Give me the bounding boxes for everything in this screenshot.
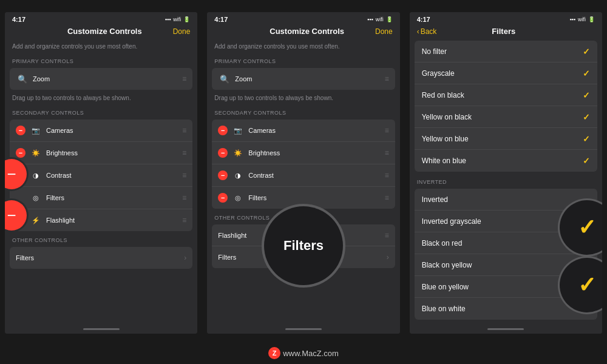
camera-icon: 📷 [231,124,245,137]
filter-item[interactable]: Yellow on blue ✓ [415,128,597,150]
contrast-icon: ◑ [29,169,42,182]
signal-icon: ▪▪▪ [367,16,373,22]
screen3-home-indicator [410,324,602,334]
drag-handle[interactable]: ≡ [385,171,389,180]
back-button[interactable]: ‹ Back [417,27,437,36]
remove-brightness-button[interactable]: − [218,148,228,158]
screen1-other-list: Filters › [10,247,192,269]
remove-cameras-button[interactable]: − [16,126,25,135]
filter-item[interactable]: Red on black ✓ [415,84,597,106]
drag-handle[interactable]: ≡ [385,149,389,157]
screen2-secondary-list: − 📷 Cameras ≡ − ☀️ Brightness ≡ − ◑ [212,120,395,209]
remove-filters-button[interactable]: − [218,193,228,203]
home-bar [83,328,120,330]
screen1-content: Add and organize controls you use most o… [5,39,197,324]
screen1-nav: Customize Controls Done [5,24,197,39]
list-item: − ☀️ Brightness ≡ [10,142,192,164]
list-item: Filters › [10,247,192,269]
list-item: − ◎ Filters ≡ [10,187,192,209]
battery-icon: 🔋 [588,16,595,22]
filter-white-on-blue: White on blue [422,157,583,165]
filters-icon: ◎ [29,191,42,204]
screen1-other-label: OTHER CONTROLS [5,232,197,246]
filters-icon: ◎ [231,191,245,204]
screen2-done-button[interactable]: Done [375,27,393,36]
filter-item[interactable]: White on blue ✓ [415,150,597,172]
screen1-secondary-label: SECONDARY CONTROLS [5,105,197,118]
screen1-done-button[interactable]: Done [173,27,191,36]
flashlight-label: Flashlight [46,217,182,224]
chevron-icon: › [387,253,389,261]
drag-handle[interactable]: ≡ [385,231,389,240]
screen1-description: Add and organize controls you use most o… [5,39,197,53]
list-item: − 📷 Cameras ≡ [212,120,395,142]
screen2-time: 4:17 [214,16,228,23]
check-icon: ✓ [583,156,590,166]
other-filters-label: Filters [16,254,184,261]
contrast-label: Contrast [46,172,182,179]
brightness-label: Brightness [46,149,182,157]
list-item: 🔍 Zoom ≡ [10,68,192,90]
contrast-icon: ◑ [231,169,245,182]
drag-handle[interactable]: ≡ [182,126,186,135]
check-icon: ✓ [583,134,590,144]
drag-handle[interactable]: ≡ [182,75,186,83]
screen3-filters-list: No filter ✓ Grayscale ✓ Red on black ✓ Y… [415,41,597,172]
drag-handle[interactable]: ≡ [385,194,389,202]
screen2-home-indicator [207,324,399,334]
home-bar [487,328,524,330]
flashlight-icon: ⚡ [29,214,42,227]
filters-label: Filters [248,194,384,201]
filter-red-on-black: Red on black [422,91,583,99]
drag-handle[interactable]: ≡ [385,75,389,83]
camera-icon: 📷 [29,124,42,137]
drag-handle[interactable]: ≡ [182,149,186,157]
screen2: 4:17 ▪▪▪ wifi 🔋 Customize Controls Done … [207,12,399,334]
filter-no-filter: No filter [422,47,583,56]
screen1: 4:17 ▪▪▪ wifi 🔋 Customize Controls Done … [5,12,197,334]
list-item: − ◑ Contrast ≡ [212,164,395,187]
brightness-label: Brightness [248,149,384,157]
filter-item[interactable]: Yellow on black ✓ [415,106,597,128]
screen1-container: 4:17 ▪▪▪ wifi 🔋 Customize Controls Done … [2,6,200,340]
drag-handle[interactable]: ≡ [385,126,389,135]
screen3: 4:17 ▪▪▪ wifi 🔋 ‹ Back Filters No filter [410,12,602,334]
brightness-icon: ☀️ [231,146,245,160]
remove-cameras-button[interactable]: − [218,126,228,135]
filter-blue-on-white: Blue on white [422,305,583,313]
filter-yellow-on-black: Yellow on black [422,113,583,121]
screen3-inverted-label: INVERTED [410,173,602,187]
filter-black-on-yellow: Black on yellow [422,261,590,269]
filter-item[interactable]: Grayscale ✓ [415,62,597,84]
wifi-icon: wifi [578,16,586,22]
watermark: Z www.MacZ.com [0,347,607,359]
drag-handle[interactable]: ≡ [182,216,186,224]
filter-item[interactable]: No filter ✓ [415,41,597,62]
screen2-secondary-label: SECONDARY CONTROLS [207,105,399,118]
chevron-icon: › [184,254,186,262]
screen2-status-bar: 4:17 ▪▪▪ wifi 🔋 [207,12,399,24]
signal-icon: ▪▪▪ [569,16,575,22]
screen2-primary-box: 🔍 Zoom ≡ [212,68,395,90]
remove-contrast-button[interactable]: − [218,170,228,180]
screen1-status-icons: ▪▪▪ wifi 🔋 [165,16,191,22]
home-bar [285,328,322,330]
remove-brightness-button[interactable]: − [16,148,25,158]
screen3-status-icons: ▪▪▪ wifi 🔋 [569,16,595,22]
battery-icon: 🔋 [183,16,190,22]
screen3-status-bar: 4:17 ▪▪▪ wifi 🔋 [410,12,602,24]
screen1-home-indicator [5,324,197,334]
screen2-drag-hint: Drag up to two controls to always be sho… [207,91,399,105]
list-item: − ◑ Contrast ≡ [10,164,192,187]
check-icon: ✓ [583,112,590,122]
screen1-secondary-list: − 📷 Cameras ≡ − ☀️ Brightness ≡ − ◑ [10,120,192,231]
check-icon: ✓ [583,90,590,100]
filter-inverted: Inverted [422,195,590,204]
check-icon-large: ✓ [578,215,596,240]
screen2-container: 4:17 ▪▪▪ wifi 🔋 Customize Controls Done … [205,6,402,340]
filters-bubble[interactable]: Filters [264,206,343,285]
drag-handle[interactable]: ≡ [182,194,186,202]
drag-handle[interactable]: ≡ [182,171,186,180]
filter-blue-on-yellow: Blue on yellow [422,283,583,291]
check-icon: ✓ [583,47,590,56]
